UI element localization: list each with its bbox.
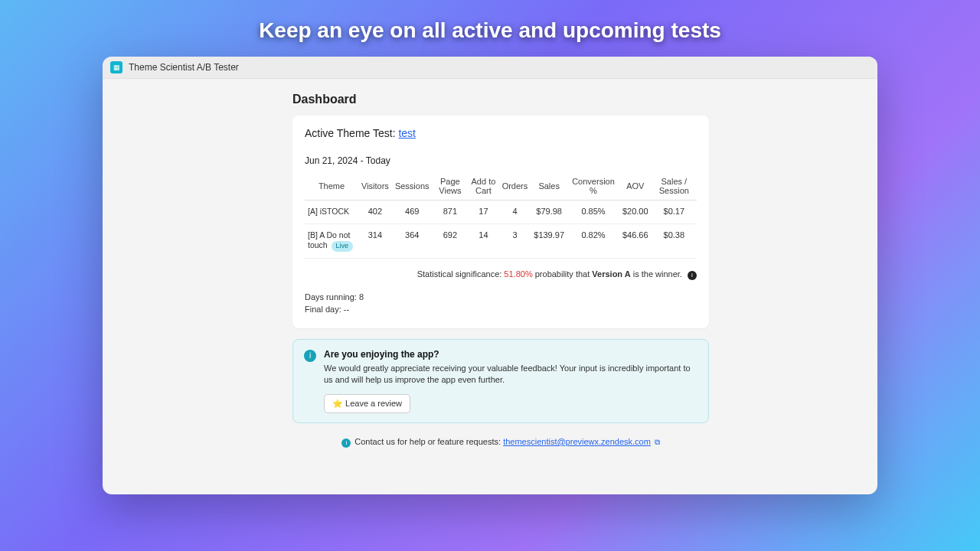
cell-aov: $46.66	[619, 223, 652, 258]
sig-pct: 51.80%	[504, 269, 532, 279]
cell-add_to_cart: 14	[468, 223, 498, 258]
app-name: Theme Scientist A/B Tester	[129, 62, 239, 73]
sig-suffix: is the winner.	[631, 269, 682, 279]
col-addtocart: Add to Cart	[468, 172, 498, 201]
cell-orders: 4	[499, 201, 531, 224]
significance-row: Statistical significance: 51.80% probabi…	[305, 269, 697, 280]
hero-title: Keep an eye on all active and upcoming t…	[0, 18, 980, 43]
info-icon: i	[341, 439, 351, 448]
final-day: Final day: --	[305, 303, 697, 316]
page-title: Dashboard	[292, 93, 709, 106]
cell-conversion: 0.85%	[567, 201, 619, 224]
sig-winner: Version A	[592, 269, 630, 279]
sig-prefix: Statistical significance:	[417, 269, 505, 279]
active-test-card: Active Theme Test: test Jun 21, 2024 - T…	[292, 116, 709, 328]
review-body: We would greatly appreciate receiving yo…	[324, 363, 697, 386]
app-icon: ▦	[110, 61, 122, 73]
active-test-link[interactable]: test	[398, 127, 416, 139]
col-conversion: Conversion %	[567, 172, 619, 201]
sig-mid: probability that	[533, 269, 593, 279]
cell-conversion: 0.82%	[567, 223, 619, 258]
col-sessions: Sessions	[392, 172, 433, 201]
review-card: i Are you enjoying the app? We would gre…	[292, 339, 709, 423]
titlebar: ▦ Theme Scientist A/B Tester	[103, 57, 877, 79]
cell-add_to_cart: 17	[468, 201, 498, 224]
cell-theme: [A] iSTOCK	[305, 201, 358, 224]
cell-sessions: 469	[392, 201, 433, 224]
cell-visitors: 314	[358, 223, 392, 258]
cell-orders: 3	[499, 223, 531, 258]
cell-sales_session: $0.38	[652, 223, 697, 258]
meta-info: Days running: 8 Final day: --	[305, 291, 697, 316]
col-pageviews: Page Views	[433, 172, 469, 201]
app-window: ▦ Theme Scientist A/B Tester Dashboard A…	[103, 57, 877, 494]
col-orders: Orders	[499, 172, 531, 201]
cell-sales_session: $0.17	[652, 201, 697, 224]
active-test-label: Active Theme Test:	[305, 127, 398, 139]
cell-sessions: 364	[392, 223, 433, 258]
info-icon[interactable]: i	[688, 271, 697, 280]
results-table: Theme Visitors Sessions Page Views Add t…	[305, 172, 697, 259]
cell-sales: $139.97	[531, 223, 567, 258]
cell-sales: $79.98	[531, 201, 567, 224]
col-theme: Theme	[305, 172, 358, 201]
cell-page_views: 692	[433, 223, 469, 258]
contact-email-link[interactable]: themescientist@previewx.zendesk.com	[503, 437, 651, 446]
live-badge: Live	[332, 241, 354, 252]
table-row: [A] iSTOCK 402469871174$79.980.85%$20.00…	[305, 201, 697, 224]
contact-row: iContact us for help or feature requests…	[292, 437, 709, 448]
leave-review-button[interactable]: ⭐ Leave a review	[324, 394, 410, 413]
contact-prefix: Contact us for help or feature requests:	[354, 437, 503, 446]
external-link-icon: ⧉	[652, 438, 660, 446]
cell-theme: [B] A Do not touch Live	[305, 223, 358, 258]
col-visitors: Visitors	[358, 172, 392, 201]
table-row: [B] A Do not touch Live314364692143$139.…	[305, 223, 697, 258]
col-aov: AOV	[619, 172, 652, 201]
date-range: Jun 21, 2024 - Today	[305, 155, 697, 166]
col-salessession: Sales / Session	[652, 172, 697, 201]
info-icon: i	[304, 350, 316, 362]
cell-aov: $20.00	[619, 201, 652, 224]
col-sales: Sales	[531, 172, 567, 201]
days-running: Days running: 8	[305, 291, 697, 304]
cell-visitors: 402	[358, 201, 392, 224]
cell-page_views: 871	[433, 201, 469, 224]
review-title: Are you enjoying the app?	[324, 349, 697, 360]
